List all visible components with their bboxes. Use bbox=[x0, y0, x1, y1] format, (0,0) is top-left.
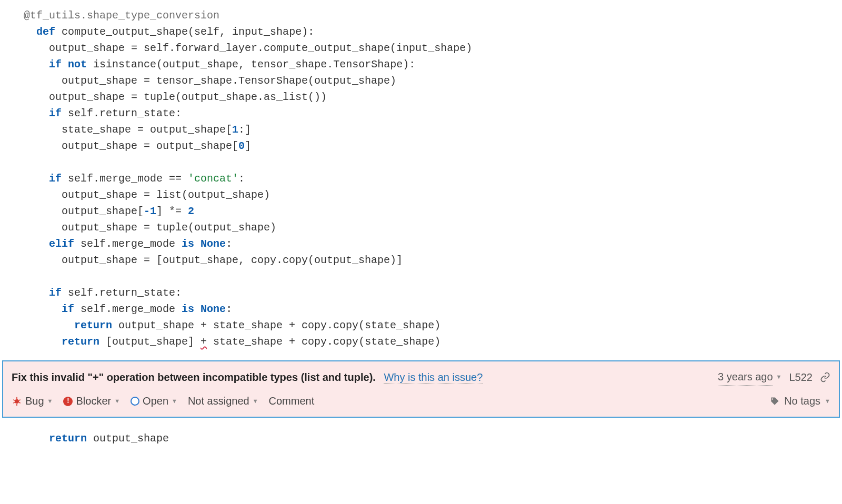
issue-age: 3 years ago bbox=[718, 369, 773, 386]
issue-assignee-dropdown[interactable]: Not assigned ▼ bbox=[188, 393, 258, 409]
issue-assignee-label: Not assigned bbox=[188, 393, 249, 409]
code-block: @tf_utils.shape_type_conversion def comp… bbox=[0, 7, 842, 350]
keyword-def: def bbox=[36, 26, 55, 38]
chevron-down-icon: ▼ bbox=[253, 397, 258, 406]
permalink-icon[interactable] bbox=[820, 372, 830, 382]
function-name: compute_output_shape bbox=[62, 26, 188, 38]
chevron-down-icon: ▼ bbox=[114, 397, 120, 406]
svg-line-4 bbox=[19, 399, 20, 400]
bug-icon bbox=[12, 396, 22, 407]
tag-icon bbox=[769, 396, 780, 407]
issue-age-dropdown[interactable]: 3 years ago ▼ bbox=[718, 369, 781, 386]
comment-label: Comment bbox=[269, 393, 315, 409]
decorator: @tf_utils.shape_type_conversion bbox=[24, 9, 219, 22]
issue-header-row: Fix this invalid "+" operation between i… bbox=[12, 369, 830, 386]
svg-line-6 bbox=[19, 402, 20, 403]
chevron-down-icon: ▼ bbox=[776, 372, 782, 381]
why-link[interactable]: Why is this an issue? bbox=[384, 371, 483, 384]
code-block-after: return output_shape bbox=[0, 430, 842, 447]
chevron-down-icon: ▼ bbox=[47, 397, 53, 406]
svg-line-5 bbox=[13, 402, 15, 403]
chevron-down-icon: ▼ bbox=[172, 397, 177, 406]
issue-status-label: Open bbox=[143, 393, 168, 409]
issue-meta: 3 years ago ▼ L522 bbox=[718, 369, 830, 386]
comment-button[interactable]: Comment bbox=[269, 393, 315, 409]
issue-type-label: Bug bbox=[25, 393, 44, 409]
issue-severity-dropdown[interactable]: ! Blocker ▼ bbox=[63, 393, 120, 409]
issue-actions-row: Bug ▼ ! Blocker ▼ Open ▼ Not assigned ▼ … bbox=[12, 393, 830, 409]
blocker-icon: ! bbox=[63, 397, 73, 406]
open-status-icon bbox=[131, 397, 139, 406]
tags-label: No tags bbox=[784, 393, 820, 409]
issue-tags-dropdown[interactable]: No tags ▼ bbox=[769, 393, 830, 409]
issue-type-dropdown[interactable]: Bug ▼ bbox=[12, 393, 53, 409]
chevron-down-icon: ▼ bbox=[825, 397, 830, 406]
issue-status-dropdown[interactable]: Open ▼ bbox=[131, 393, 177, 409]
svg-line-3 bbox=[13, 399, 15, 400]
line-number: L522 bbox=[789, 369, 813, 386]
error-underline: + bbox=[201, 336, 207, 348]
svg-point-0 bbox=[15, 399, 19, 403]
issue-panel: Fix this invalid "+" operation between i… bbox=[2, 360, 840, 418]
issue-severity-label: Blocker bbox=[76, 393, 111, 409]
issue-message: Fix this invalid "+" operation between i… bbox=[12, 371, 376, 383]
issue-message-wrap: Fix this invalid "+" operation between i… bbox=[12, 369, 483, 386]
issue-actions-left: Bug ▼ ! Blocker ▼ Open ▼ Not assigned ▼ … bbox=[12, 393, 314, 409]
